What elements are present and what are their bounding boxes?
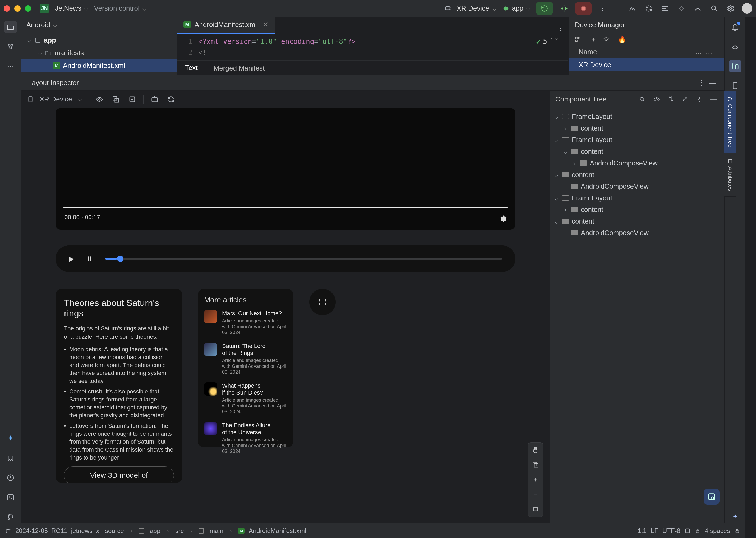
more-item[interactable]: The Endless Allureof the UniverseArticle…: [204, 422, 287, 454]
tool-project-icon[interactable]: [4, 21, 17, 33]
zoom-in-icon[interactable]: ＋: [528, 472, 543, 487]
device-row-xr[interactable]: XR Device: [569, 58, 724, 71]
run-config-selector[interactable]: app: [512, 4, 523, 12]
ct-collapse-icon[interactable]: ⤢: [680, 94, 690, 105]
tree-node-manifests[interactable]: ⌵ manifests: [21, 46, 177, 59]
ct-node[interactable]: ⌵content: [550, 169, 724, 181]
gemini-fab[interactable]: [704, 489, 720, 505]
ct-node[interactable]: ⌵content: [550, 215, 724, 227]
side-tab-attributes[interactable]: Attributes: [724, 153, 736, 196]
branch-name[interactable]: 2024-12-05_RC11_jetnews_xr_source: [15, 527, 124, 535]
pan-icon[interactable]: [528, 443, 543, 457]
pair-device-icon[interactable]: [574, 36, 584, 43]
device-manager-icon[interactable]: [729, 79, 741, 92]
pause-icon[interactable]: [86, 255, 93, 262]
search-icon[interactable]: [709, 3, 720, 14]
preview-more-articles-card[interactable]: More articles Mars: Our Next Home?Articl…: [198, 289, 293, 447]
restart-button[interactable]: [536, 2, 553, 15]
ct-minimize-icon[interactable]: —: [708, 94, 719, 105]
subtab-merged[interactable]: Merged Manifest: [205, 61, 273, 77]
code-line[interactable]: <!--: [198, 47, 510, 58]
crumb-main[interactable]: main: [209, 527, 223, 535]
preview-media-controls[interactable]: ▶: [55, 245, 515, 272]
code-format-icon[interactable]: [660, 3, 670, 14]
ct-node[interactable]: ⌵FrameLayout: [550, 111, 724, 122]
window-close[interactable]: [4, 5, 10, 12]
crumb-app[interactable]: app: [150, 527, 160, 535]
li-minimize-icon[interactable]: —: [707, 78, 718, 88]
li-more-icon[interactable]: ⋮: [696, 78, 707, 88]
indent-setting[interactable]: 4 spaces: [705, 527, 730, 535]
window-minimize[interactable]: [14, 5, 21, 12]
side-tab-component-tree[interactable]: Component Tree: [724, 91, 736, 153]
editor-tab-actions-icon[interactable]: ⋮: [555, 23, 566, 33]
tool-more-icon[interactable]: ⋯: [4, 60, 17, 73]
ct-node[interactable]: ·AndroidComposeView: [550, 227, 724, 239]
caret-position[interactable]: 1:1: [638, 527, 647, 535]
li-export-icon[interactable]: [127, 94, 138, 105]
ai-sparkle-icon[interactable]: [729, 511, 741, 523]
tool-problems-icon[interactable]: [4, 471, 17, 484]
subtab-text[interactable]: Text: [177, 61, 205, 77]
tool-terminal-icon[interactable]: [4, 491, 17, 504]
li-refresh-icon[interactable]: [166, 94, 176, 105]
lock-icon[interactable]: [695, 528, 701, 534]
play-icon[interactable]: ▶: [69, 255, 74, 263]
more-item[interactable]: Mars: Our Next Home?Article and images c…: [204, 310, 287, 335]
crumb-file[interactable]: AndroidManifest.xml: [249, 527, 306, 535]
more-item[interactable]: What Happensif the Sun Dies?Article and …: [204, 382, 287, 415]
crumb-src[interactable]: src: [175, 527, 184, 535]
running-devices-icon[interactable]: [729, 60, 741, 73]
chevron-down-icon[interactable]: ⌵: [84, 4, 88, 12]
prev-highlight-icon[interactable]: ˄: [550, 36, 553, 47]
chevron-down-icon[interactable]: ⌵: [142, 4, 146, 12]
li-device-selector[interactable]: XR Device: [40, 95, 72, 103]
preview-article-card[interactable]: Theories about Saturn's rings The origin…: [55, 289, 182, 483]
seek-slider[interactable]: [105, 258, 502, 260]
chevron-down-icon[interactable]: ⌵: [78, 95, 82, 103]
inspect-icon[interactable]: [676, 3, 687, 14]
ct-node[interactable]: ⌵FrameLayout: [550, 192, 724, 204]
chevron-down-icon[interactable]: ⌵: [493, 4, 497, 12]
tool-gemini-icon[interactable]: [4, 432, 17, 445]
chevron-down-icon[interactable]: ⌵: [53, 21, 57, 29]
layers-icon[interactable]: [528, 457, 543, 472]
branch-icon[interactable]: [5, 528, 11, 534]
gradle-icon[interactable]: [729, 40, 741, 53]
ct-node[interactable]: ›AndroidComposeView: [550, 157, 724, 169]
tree-node-app[interactable]: ⌵ app: [21, 34, 177, 46]
close-tab-icon[interactable]: ✕: [263, 21, 268, 29]
add-device-icon[interactable]: ＋: [589, 35, 598, 44]
stop-button[interactable]: [575, 2, 592, 15]
tree-node-manifest-file[interactable]: M AndroidManifest.xml: [21, 59, 177, 72]
ct-node[interactable]: ›content: [550, 122, 724, 134]
li-overlay-icon[interactable]: [110, 94, 121, 105]
expand-fab[interactable]: [309, 289, 336, 315]
more-actions-icon[interactable]: ⋮: [597, 3, 608, 14]
tool-vcs-icon[interactable]: [4, 511, 17, 523]
zoom-out-icon[interactable]: −: [528, 487, 543, 502]
project-tool-title[interactable]: Android: [27, 21, 50, 29]
ct-settings-icon[interactable]: [694, 94, 705, 105]
chevron-down-icon[interactable]: ⌵: [526, 4, 530, 12]
wifi-icon[interactable]: [603, 36, 612, 43]
ct-node[interactable]: ›content: [550, 204, 724, 215]
code-line[interactable]: <?xml version="1.0" encoding="utf-8"?>: [198, 36, 510, 47]
ct-eye-icon[interactable]: [651, 94, 662, 105]
ct-expand-icon[interactable]: ⇅: [666, 94, 676, 105]
firebase-icon[interactable]: 🔥: [617, 35, 627, 44]
app-quality-icon[interactable]: [693, 3, 703, 14]
window-maximize[interactable]: [25, 5, 31, 12]
menu-version-control[interactable]: Version control: [94, 4, 140, 12]
device-selector[interactable]: XR Device: [457, 4, 489, 12]
line-ending[interactable]: LF: [651, 527, 658, 535]
profiler-icon[interactable]: [627, 3, 638, 14]
account-avatar[interactable]: [742, 3, 752, 14]
next-highlight-icon[interactable]: ˅: [555, 36, 558, 47]
readonly-icon[interactable]: [685, 528, 690, 534]
video-progress-bar[interactable]: [63, 207, 507, 208]
ct-search-icon[interactable]: [637, 94, 648, 105]
li-snapshot-icon[interactable]: [149, 94, 160, 105]
more-item[interactable]: Saturn: The Lordof the RingsArticle and …: [204, 343, 287, 375]
project-name[interactable]: JetNews: [55, 4, 82, 12]
